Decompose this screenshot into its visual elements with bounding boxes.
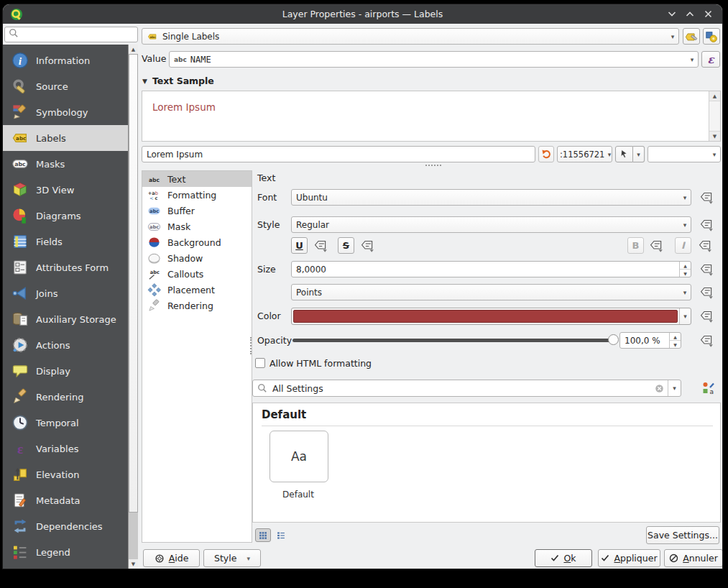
allow-html-checkbox[interactable]: [255, 358, 265, 368]
sidebar-item-labels[interactable]: abcLabels: [3, 125, 128, 151]
sidebar-item-auxiliary-storage[interactable]: Auxiliary Storage: [3, 306, 128, 332]
clear-icon[interactable]: [654, 383, 665, 394]
style-manager-icon[interactable]: a: [701, 381, 716, 395]
apply-button[interactable]: Appliquer: [598, 549, 660, 567]
label-mode-combo[interactable]: abc Single Labels ▾: [142, 28, 679, 45]
font-combo[interactable]: Ubuntu ▾: [291, 189, 691, 206]
sidebar-item-elevation[interactable]: Elevation: [3, 461, 128, 487]
color-override-button[interactable]: [697, 308, 716, 325]
opacity-override-button[interactable]: [697, 332, 716, 349]
strikethrough-override-button[interactable]: [358, 237, 377, 254]
sidebar-search-input[interactable]: [4, 27, 138, 42]
sidebar-item-temporal[interactable]: Temporal: [3, 410, 128, 436]
tab-callouts[interactable]: abcCallouts: [142, 266, 252, 282]
maximize-button[interactable]: [685, 9, 695, 19]
sample-scale-combo[interactable]: :11556721 ▾: [557, 146, 612, 162]
font-override-button[interactable]: [697, 189, 716, 206]
source-icon: [11, 78, 29, 95]
save-settings-button[interactable]: Save Settings...: [646, 526, 719, 544]
sidebar-item-masks[interactable]: abcMasks: [3, 151, 128, 177]
tab-mask[interactable]: abcMask: [142, 219, 252, 234]
style-combo[interactable]: Regular ▾: [291, 216, 691, 233]
tab-text[interactable]: abcText: [142, 171, 252, 187]
size-units-combo[interactable]: Points ▾: [291, 284, 691, 300]
text-sample-header[interactable]: ▼ Text Sample: [142, 75, 214, 86]
tab-rendering[interactable]: Rendering: [142, 298, 252, 313]
tab-background[interactable]: Background: [142, 234, 252, 250]
spin-down-icon[interactable]: ▼: [670, 341, 681, 348]
color-button[interactable]: ▾: [291, 308, 691, 325]
preview-scrollbar[interactable]: ▲ ▼: [709, 91, 720, 141]
sidebar-item-source[interactable]: Source: [3, 73, 128, 99]
sample-background-combo[interactable]: ▾: [648, 146, 721, 162]
tab-formatting[interactable]: +ab<cFormatting: [142, 187, 252, 203]
labeling-settings-button[interactable]: [683, 28, 700, 45]
scroll-up-icon[interactable]: ▲: [709, 91, 720, 101]
default-style-item[interactable]: Aa: [269, 431, 328, 482]
spin-up-icon[interactable]: ▲: [680, 262, 691, 270]
sidebar-item-display[interactable]: Display: [3, 358, 128, 384]
spin-arrows[interactable]: ▲▼: [669, 333, 681, 348]
sidebar-item-symbology[interactable]: Symbology: [3, 99, 128, 125]
italic-button[interactable]: I: [675, 237, 691, 254]
strikethrough-button[interactable]: S: [338, 237, 354, 254]
sidebar-item-attributes-form[interactable]: Attributes Form: [3, 254, 128, 280]
spin-up-icon[interactable]: ▲: [670, 333, 681, 341]
sidebar-item-3d-view[interactable]: 3D View: [3, 177, 128, 203]
underline-button[interactable]: U: [291, 237, 308, 254]
spin-down-icon[interactable]: ▼: [680, 270, 691, 277]
italic-override-button[interactable]: [696, 237, 714, 254]
units-override-button[interactable]: [697, 284, 716, 301]
sidebar-item-dependencies[interactable]: Dependencies: [3, 513, 128, 539]
value-field-combo[interactable]: abc NAME ▾: [169, 51, 699, 68]
automated-placement-button[interactable]: [703, 28, 720, 45]
tab-placement[interactable]: Placement: [142, 282, 252, 298]
bold-override-button[interactable]: [647, 237, 665, 254]
ok-button[interactable]: Ok: [535, 549, 592, 567]
sidebar-scrollbar-thumb[interactable]: [129, 54, 138, 513]
spin-arrows[interactable]: ▲▼: [679, 262, 691, 277]
style-search-combo[interactable]: All Settings ▾: [252, 380, 681, 397]
minimize-button[interactable]: [667, 9, 677, 19]
splitter-handle[interactable]: [425, 165, 441, 166]
sidebar-item-fields[interactable]: Fields: [3, 229, 128, 254]
bold-button[interactable]: B: [627, 237, 644, 254]
map-scale-picker-button[interactable]: [615, 146, 633, 162]
chevron-down-icon[interactable]: ▾: [679, 308, 691, 324]
tab-shadow[interactable]: Shadow: [142, 250, 252, 266]
sidebar-item-diagrams[interactable]: Diagrams: [3, 203, 128, 229]
sidebar-item-metadata[interactable]: Metadata: [3, 487, 128, 513]
sidebar-item-actions[interactable]: Actions: [3, 332, 128, 358]
expression-builder-button[interactable]: ε: [701, 51, 720, 68]
scroll-down-icon[interactable]: ▼: [129, 559, 138, 569]
splitter-handle[interactable]: [250, 337, 252, 354]
tab-buffer[interactable]: abcBuffer: [142, 203, 252, 219]
sidebar-item-rendering[interactable]: Rendering: [3, 384, 128, 410]
titlebar[interactable]: Layer Properties - airports — Labels: [3, 4, 722, 24]
sidebar-item-legend[interactable]: Legend: [3, 539, 128, 565]
scroll-up-icon[interactable]: ▲: [129, 45, 138, 54]
sidebar-item-joins[interactable]: Joins: [3, 280, 128, 306]
sidebar-item-variables[interactable]: εVariables: [3, 436, 128, 461]
icon-view-button[interactable]: [255, 528, 271, 542]
underline-override-button[interactable]: [311, 237, 330, 254]
size-spinbox[interactable]: 8,0000 ▲▼: [291, 261, 691, 277]
sidebar-scrollbar[interactable]: ▲ ▼: [128, 45, 138, 569]
scroll-down-icon[interactable]: ▼: [709, 131, 720, 141]
sample-text-input[interactable]: Lorem Ipsum: [142, 146, 535, 162]
help-button[interactable]: Aide: [143, 549, 200, 567]
size-override-button[interactable]: [697, 261, 716, 278]
cancel-button[interactable]: Annuler: [664, 549, 722, 567]
sidebar-item-information[interactable]: iInformation: [3, 47, 128, 73]
style-menu-button[interactable]: Style ▾: [203, 549, 261, 567]
t_callouts-icon: abc: [147, 267, 161, 281]
opacity-slider[interactable]: [291, 332, 619, 349]
chevron-down-icon[interactable]: ▾: [668, 380, 681, 396]
slider-handle[interactable]: [608, 334, 619, 345]
list-view-button[interactable]: [273, 528, 289, 542]
map-scale-picker-dropdown[interactable]: ▾: [633, 146, 645, 162]
opacity-spinbox[interactable]: 100,0 % ▲▼: [619, 332, 681, 349]
close-button[interactable]: [703, 9, 713, 19]
style-override-button[interactable]: [697, 216, 716, 234]
reset-sample-button[interactable]: [538, 146, 554, 162]
